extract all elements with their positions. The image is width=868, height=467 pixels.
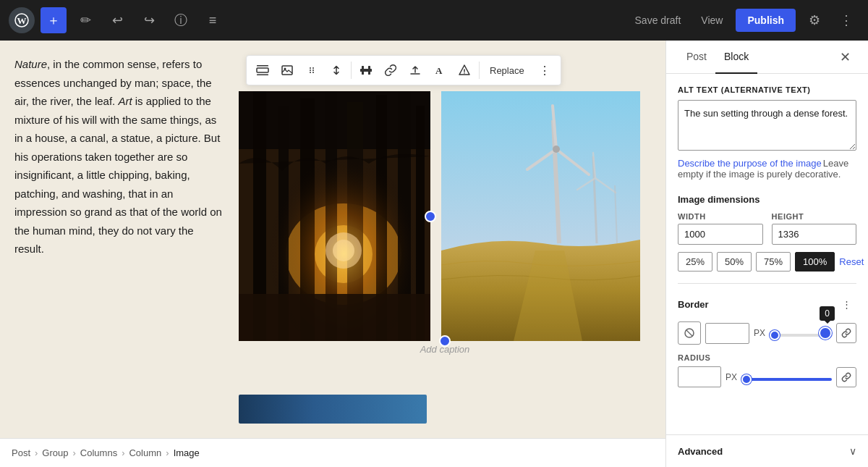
more-options-button[interactable]: ⋮ [833, 7, 859, 33]
save-draft-button[interactable]: Save draft [628, 10, 689, 30]
wide-align-button[interactable] [251, 59, 274, 82]
settings-button[interactable]: ⚙ [801, 7, 827, 33]
text-column: Nature, in the common sense, refers to e… [14, 55, 239, 389]
warning-button[interactable] [453, 59, 476, 82]
border-input-row: PX 0 [678, 321, 856, 345]
border-width-input[interactable] [705, 323, 749, 344]
svg-point-9 [310, 70, 311, 71]
svg-text:W: W [17, 15, 27, 26]
resize-handle-bottom[interactable] [439, 335, 451, 347]
undo-button[interactable]: ↩ [104, 7, 130, 33]
slider-tooltip: 0 [820, 306, 835, 321]
right-panel: Post Block ✕ ALT TEXT (ALTERNATIVE TEXT)… [665, 41, 868, 467]
width-input[interactable] [678, 224, 763, 245]
align-button[interactable] [354, 59, 378, 82]
bottom-thumbnail [239, 395, 427, 424]
redo-button[interactable]: ↪ [136, 7, 162, 33]
pct-75-button[interactable]: 75% [756, 252, 791, 272]
replace-button[interactable]: Replace [482, 59, 532, 82]
svg-point-10 [312, 70, 314, 71]
topbar: W ＋ ✏ ↩ ↪ ⓘ ≡ Save draft View Publish ⚙ … [0, 0, 868, 41]
border-more-button[interactable]: ⋮ [836, 294, 856, 314]
list-view-button[interactable]: ≡ [200, 7, 226, 33]
arrow-up-down-button[interactable] [325, 59, 348, 82]
breadcrumb-image[interactable]: Image [174, 447, 200, 458]
svg-point-12 [312, 72, 314, 73]
editor-area: Nature, in the common sense, refers to e… [0, 41, 665, 467]
height-label: HEIGHT [772, 212, 857, 221]
upload-button[interactable] [404, 59, 427, 82]
publish-button[interactable]: Publish [736, 9, 796, 32]
height-input[interactable] [772, 224, 857, 245]
wp-logo[interactable]: W [9, 7, 35, 33]
image-icon-button[interactable] [276, 59, 299, 82]
breadcrumb-sep-2: › [73, 447, 76, 458]
pct-25-button[interactable]: 25% [678, 252, 712, 272]
svg-rect-5 [282, 66, 292, 75]
describe-link[interactable]: Describe the purpose of the image [678, 158, 822, 169]
image-block-toolbar: A Replace ⋮ [246, 55, 561, 85]
pct-100-button[interactable]: 100% [795, 252, 835, 272]
svg-rect-35 [239, 294, 430, 341]
breadcrumb-sep-3: › [122, 447, 124, 458]
reset-button[interactable]: Reset [839, 253, 864, 271]
svg-text:A: A [435, 65, 443, 76]
toolbar-divider-2 [479, 62, 480, 79]
border-slider[interactable] [770, 334, 832, 337]
add-block-button[interactable]: ＋ [41, 7, 67, 33]
radius-link-button[interactable] [836, 367, 856, 387]
svg-line-48 [686, 330, 692, 336]
breadcrumb-sep-1: › [35, 447, 38, 458]
border-link-button[interactable] [836, 323, 856, 343]
svg-point-41 [553, 146, 560, 153]
drag-handle-button[interactable] [300, 59, 323, 82]
breadcrumb-column[interactable]: Column [129, 447, 161, 458]
dimensions-label: Image dimensions [678, 194, 856, 205]
panel-tabs: Post Block ✕ [666, 41, 868, 74]
radius-slider[interactable] [741, 378, 832, 381]
radius-input[interactable] [678, 366, 721, 387]
svg-rect-3 [257, 65, 268, 67]
border-color-button[interactable] [678, 321, 701, 345]
resize-handle-right[interactable] [425, 211, 436, 222]
alt-text-label: ALT TEXT (ALTERNATIVE TEXT) [678, 85, 856, 94]
info-button[interactable]: ⓘ [168, 7, 194, 33]
view-button[interactable]: View [694, 10, 730, 30]
more-toolbar-button[interactable]: ⋮ [533, 59, 556, 82]
windmill-image [430, 91, 651, 341]
width-field: WIDTH [678, 212, 763, 245]
toolbar-divider [351, 62, 352, 79]
radius-row: PX [678, 366, 856, 387]
tab-post[interactable]: Post [678, 41, 715, 74]
radius-label: RADIUS [678, 353, 856, 362]
svg-rect-14 [362, 66, 364, 75]
height-field: HEIGHT [772, 212, 857, 245]
alt-text-input[interactable]: The sun setting through a dense forest. [678, 100, 856, 151]
breadcrumb-columns[interactable]: Columns [80, 447, 117, 458]
editor-content: Nature, in the common sense, refers to e… [0, 41, 665, 438]
content-columns: Nature, in the common sense, refers to e… [0, 55, 665, 389]
text-button[interactable]: A [428, 59, 451, 82]
svg-rect-15 [368, 66, 370, 75]
tab-block[interactable]: Block [715, 41, 757, 74]
pct-50-button[interactable]: 50% [717, 252, 752, 272]
image-column: A Replace ⋮ [239, 55, 651, 389]
svg-point-8 [312, 67, 314, 69]
article-text: Nature, in the common sense, refers to e… [14, 55, 224, 258]
advanced-label: Advanced [678, 446, 723, 457]
border-px-label: PX [754, 328, 765, 338]
image-dimensions-section: Image dimensions WIDTH HEIGHT 25% 50% 75… [678, 194, 856, 272]
width-label: WIDTH [678, 212, 763, 221]
svg-point-11 [310, 72, 311, 73]
panel-close-button[interactable]: ✕ [833, 46, 856, 69]
panel-body: ALT TEXT (ALTERNATIVE TEXT) The sun sett… [666, 74, 868, 434]
percent-buttons: 25% 50% 75% 100% Reset [678, 252, 856, 272]
svg-rect-2 [257, 68, 268, 72]
chevron-down-icon: ∨ [849, 445, 856, 457]
breadcrumb-group[interactable]: Group [42, 447, 68, 458]
link-button[interactable] [379, 59, 402, 82]
breadcrumb-sep-4: › [166, 447, 169, 458]
advanced-section[interactable]: Advanced ∨ [666, 434, 868, 467]
breadcrumb-post[interactable]: Post [12, 447, 30, 458]
tools-button[interactable]: ✏ [72, 7, 98, 33]
